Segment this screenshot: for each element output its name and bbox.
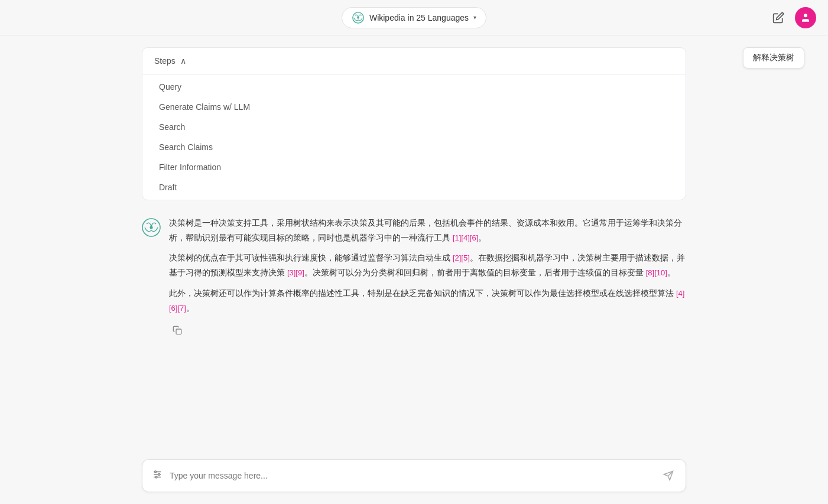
svg-point-4 xyxy=(150,226,153,229)
ref-link-6b[interactable]: [6] xyxy=(169,304,177,313)
ref-link-9[interactable]: [9] xyxy=(296,268,304,277)
steps-label: Steps xyxy=(154,56,176,66)
steps-chevron-up-icon: ∧ xyxy=(180,56,186,66)
wikipedia-logo-icon xyxy=(352,11,365,24)
navbar-title: Wikipedia in 25 Languages xyxy=(369,13,469,22)
step-item-search[interactable]: Search xyxy=(142,117,686,137)
svg-point-1 xyxy=(357,17,359,19)
step-item-generate-claims[interactable]: Generate Claims w/ LLM xyxy=(142,97,686,117)
paragraph-1-text: 决策树是一种决策支持工具，采用树状结构来表示决策及其可能的后果，包括机会事件的结… xyxy=(169,218,682,242)
message-text: 决策树是一种决策支持工具，采用树状结构来表示决策及其可能的后果，包括机会事件的结… xyxy=(169,216,686,315)
ref-link-2[interactable]: [2] xyxy=(453,253,461,262)
assistant-message: 决策树是一种决策支持工具，采用树状结构来表示决策及其可能的后果，包括机会事件的结… xyxy=(142,216,686,337)
svg-point-2 xyxy=(804,14,807,17)
steps-header[interactable]: Steps ∧ xyxy=(142,48,686,74)
edit-button[interactable] xyxy=(769,8,788,27)
navbar: Wikipedia in 25 Languages ▾ xyxy=(0,0,828,35)
ref-link-4[interactable]: [4] xyxy=(461,233,469,242)
assistant-logo-icon xyxy=(142,218,161,237)
send-button[interactable] xyxy=(661,468,676,483)
ref-link-6[interactable]: [6] xyxy=(470,233,478,242)
input-area xyxy=(0,450,828,504)
steps-container: Steps ∧ Query Generate Claims w/ LLM Sea… xyxy=(142,47,686,200)
input-box xyxy=(142,459,686,492)
step-item-query[interactable]: Query xyxy=(142,77,686,97)
message-body: 决策树是一种决策支持工具，采用树状结构来表示决策及其可能的后果，包括机会事件的结… xyxy=(169,216,686,337)
copy-button[interactable] xyxy=(169,323,186,337)
edit-icon xyxy=(772,12,784,24)
ref-link-4b[interactable]: [4] xyxy=(676,289,684,298)
svg-point-11 xyxy=(155,476,157,478)
message-input[interactable] xyxy=(170,471,654,480)
step-item-search-claims[interactable]: Search Claims xyxy=(142,137,686,157)
paragraph-2: 决策树的优点在于其可读性强和执行速度快，能够通过监督学习算法自动生成 [2][5… xyxy=(169,251,686,280)
user-avatar[interactable] xyxy=(795,7,816,28)
navbar-actions xyxy=(769,7,816,28)
explain-button[interactable]: 解释决策树 xyxy=(743,47,804,69)
svg-point-9 xyxy=(155,471,157,473)
ref-link-5[interactable]: [5] xyxy=(461,253,469,262)
paragraph-1: 决策树是一种决策支持工具，采用树状结构来表示决策及其可能的后果，包括机会事件的结… xyxy=(169,216,686,245)
chat-area: 决策树是一种决策支持工具，采用树状结构来表示决策及其可能的后果，包括机会事件的结… xyxy=(0,210,828,450)
svg-point-10 xyxy=(158,474,160,476)
filter-settings-icon[interactable] xyxy=(152,469,163,482)
navbar-chevron-icon: ▾ xyxy=(473,14,476,21)
language-selector[interactable]: Wikipedia in 25 Languages ▾ xyxy=(342,7,486,28)
svg-rect-5 xyxy=(176,329,181,334)
step-item-draft[interactable]: Draft xyxy=(142,177,686,197)
main-content: 解释决策树 Steps ∧ Query Generate Claims w/ L… xyxy=(0,35,828,504)
steps-list: Query Generate Claims w/ LLM Search Sear… xyxy=(142,74,686,200)
copy-icon xyxy=(173,326,182,335)
ref-link-1[interactable]: [1] xyxy=(453,233,461,242)
ref-link-10[interactable]: [10] xyxy=(654,268,667,277)
ref-link-3[interactable]: [3] xyxy=(287,268,296,277)
ref-link-7[interactable]: [7] xyxy=(177,304,186,313)
send-icon xyxy=(663,470,674,481)
step-item-filter-information[interactable]: Filter Information xyxy=(142,157,686,177)
ref-link-8[interactable]: [8] xyxy=(646,268,654,277)
sliders-icon xyxy=(152,469,163,480)
paragraph-3: 此外，决策树还可以作为计算条件概率的描述性工具，特别是在缺乏完备知识的情况下，决… xyxy=(169,286,686,316)
user-icon xyxy=(800,12,811,23)
assistant-avatar xyxy=(142,218,161,237)
